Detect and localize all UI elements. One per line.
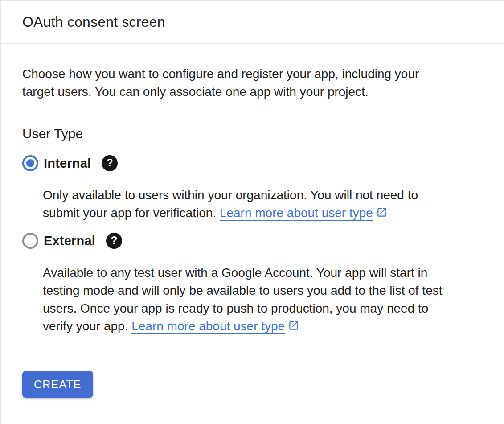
- desc-line: Only available to users within your orga…: [43, 186, 483, 204]
- intro-line: target users. You can only associate one…: [22, 83, 483, 101]
- option-label-external[interactable]: External: [44, 234, 95, 248]
- learn-more-link-external[interactable]: Learn more about user type: [131, 319, 299, 333]
- desc-line: Available to any test user with a Google…: [43, 264, 483, 282]
- option-desc-external: Available to any test user with a Google…: [43, 264, 483, 335]
- desc-line: users. Once your app is ready to push to…: [43, 300, 483, 317]
- desc-line-text: submit your app for verification.: [43, 206, 216, 220]
- learn-more-link-label: Learn more about user type: [220, 206, 373, 220]
- desc-line: testing mode and will only be available …: [43, 282, 483, 300]
- desc-line: verify your app. Learn more about user t…: [43, 317, 483, 335]
- radio-external[interactable]: [22, 233, 38, 249]
- intro-text: Choose how you want to configure and reg…: [22, 65, 483, 101]
- external-link-icon: [376, 206, 388, 218]
- help-icon[interactable]: ?: [102, 155, 118, 171]
- learn-more-link-label: Learn more about user type: [131, 319, 285, 333]
- user-type-heading: User Type: [22, 126, 483, 142]
- page-content: Choose how you want to configure and reg…: [1, 65, 504, 398]
- option-label-internal[interactable]: Internal: [44, 156, 91, 171]
- page-header: OAuth consent screen: [1, 1, 504, 44]
- help-icon[interactable]: ?: [106, 233, 122, 249]
- actions-bar: CREATE: [22, 371, 483, 398]
- radio-internal[interactable]: [22, 155, 38, 171]
- create-button[interactable]: CREATE: [22, 371, 93, 398]
- intro-line: Choose how you want to configure and reg…: [22, 65, 483, 83]
- external-link-icon: [288, 320, 299, 331]
- option-row-internal: Internal ?: [22, 155, 483, 171]
- oauth-consent-page: OAuth consent screen Choose how you want…: [0, 0, 504, 424]
- desc-line-text: verify your app.: [43, 319, 128, 333]
- option-desc-internal: Only available to users within your orga…: [43, 186, 483, 222]
- learn-more-link-internal[interactable]: Learn more about user type: [220, 206, 388, 220]
- radio-dot: [26, 159, 34, 167]
- page-title: OAuth consent screen: [22, 14, 165, 30]
- option-row-external: External ?: [22, 233, 483, 249]
- radio-dot: [26, 237, 34, 245]
- desc-line: submit your app for verification. Learn …: [43, 204, 483, 222]
